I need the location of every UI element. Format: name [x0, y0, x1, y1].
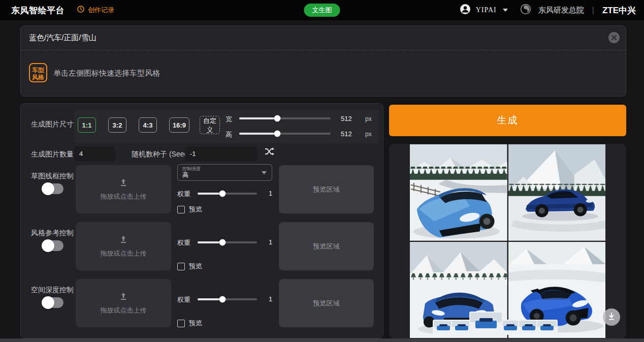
ratio-button-custom[interactable]: 自定义: [200, 116, 220, 134]
style-preview-area: 预览区域: [279, 222, 374, 270]
count-input[interactable]: [74, 146, 115, 161]
depth-control-section: 空间深度控制 拖放或点击上传 权重 1 预览 预览区域: [21, 278, 384, 333]
style-preview-checkbox[interactable]: 预览: [177, 262, 202, 271]
prompt-input[interactable]: 蓝色/汽车/正面/雪山: [29, 33, 96, 43]
height-slider[interactable]: [239, 133, 331, 135]
strength-label: 控制强度: [182, 166, 272, 171]
header-right-cluster: YIPAI 东风研发总院 | ZTE中兴: [460, 0, 636, 20]
settings-panel: 生成图片尺寸 1:1 3:2 4:3 16:9 自定义 宽 512 px 高 5…: [20, 103, 383, 338]
thumbnail-6[interactable]: [536, 320, 558, 335]
upload-icon: [119, 292, 128, 303]
sketch-control-section: 草图线框控制 拖放或点击上传 控制强度 高 权重 1 预览: [21, 164, 384, 219]
brand-title: 东风智绘平台: [11, 5, 65, 16]
weight-label: 权重: [177, 238, 190, 247]
clear-prompt-button[interactable]: [608, 32, 620, 43]
ratio-button-16-9[interactable]: 16:9: [169, 117, 189, 133]
badge-line1: 车型: [32, 67, 44, 74]
generated-image-grid: [410, 144, 605, 338]
depth-weight-slider[interactable]: [198, 298, 257, 300]
control-strength-select[interactable]: 控制强度 高: [177, 164, 272, 181]
download-button[interactable]: [603, 308, 620, 326]
size-label: 生成图片尺寸: [31, 120, 74, 129]
user-name[interactable]: YIPAI: [476, 6, 497, 14]
header-divider: |: [592, 6, 594, 15]
upload-label: 拖放或点击上传: [101, 192, 147, 201]
partner-label: ZTE中兴: [602, 5, 636, 16]
upload-label: 拖放或点击上传: [101, 249, 147, 258]
style-control-title: 风格参考控制: [31, 229, 74, 238]
user-avatar-icon[interactable]: [460, 4, 471, 17]
generate-button[interactable]: 生成: [389, 105, 626, 136]
width-slider-thumb[interactable]: [274, 115, 281, 122]
checkbox-icon[interactable]: [177, 320, 185, 327]
sketch-weight-slider[interactable]: [198, 193, 257, 195]
history-clock-icon: [77, 5, 85, 15]
sketch-upload-dropzone[interactable]: 拖放或点击上传: [76, 165, 171, 213]
generated-image-1[interactable]: [410, 144, 507, 241]
style-weight-thumb[interactable]: [219, 239, 226, 246]
weight-label: 权重: [177, 190, 190, 199]
sketch-preview-area: 预览区域: [279, 165, 374, 213]
user-menu-caret-icon[interactable]: [503, 9, 508, 12]
weight-label: 权重: [177, 295, 190, 304]
history-button[interactable]: 创作记录: [77, 5, 114, 15]
randomize-seed-button[interactable]: [263, 146, 275, 158]
depth-preview-area: 预览区域: [279, 279, 374, 327]
style-weight-slider[interactable]: [198, 241, 257, 243]
upload-icon: [119, 178, 128, 189]
height-slider-thumb[interactable]: [274, 131, 281, 137]
strength-value: 高: [182, 171, 272, 178]
org-label: 东风研发总院: [538, 6, 584, 15]
dongfeng-logo-icon: [520, 4, 531, 17]
preview-label: 预览: [189, 205, 202, 214]
car-style-badge-button[interactable]: 车型 风格: [29, 63, 47, 82]
sketch-control-toggle[interactable]: [42, 183, 63, 194]
app-root: 东风智绘平台 创作记录 文生图 YIPAI 东风研发总院 | ZTE中兴 蓝色/…: [0, 0, 644, 342]
checkbox-icon[interactable]: [177, 263, 185, 270]
preview-area-label: 预览区域: [313, 299, 340, 308]
upload-icon: [119, 235, 128, 246]
ratio-button-3-2[interactable]: 3:2: [108, 117, 126, 133]
preview-area-label: 预览区域: [313, 242, 340, 251]
download-icon: [607, 313, 616, 322]
depth-control-toggle[interactable]: [42, 297, 63, 308]
results-panel: [389, 144, 626, 338]
sketch-preview-checkbox[interactable]: 预览: [177, 205, 202, 214]
generated-image-2[interactable]: [508, 144, 606, 241]
style-control-toggle[interactable]: [42, 240, 63, 251]
sketch-weight-thumb[interactable]: [219, 191, 226, 197]
badge-line2: 风格: [32, 74, 44, 81]
weight-value: 1: [269, 238, 272, 246]
style-hint-text: 单击左侧图标快速选择车型风格: [53, 69, 160, 78]
text-to-image-tab[interactable]: 文生图: [304, 4, 340, 17]
style-upload-dropzone[interactable]: 拖放或点击上传: [76, 222, 171, 270]
checkbox-icon[interactable]: [177, 206, 185, 213]
depth-upload-dropzone[interactable]: 拖放或点击上传: [76, 279, 171, 327]
count-label: 生成图片数量: [31, 150, 74, 159]
ratio-button-1-1[interactable]: 1:1: [78, 117, 96, 133]
page-bottom-edge: [0, 338, 644, 342]
prompt-separator: [21, 50, 626, 50]
width-unit: px: [365, 115, 372, 122]
top-bar: 东风智绘平台 创作记录 文生图 YIPAI 东风研发总院 | ZTE中兴: [0, 0, 644, 20]
history-label: 创作记录: [88, 6, 114, 15]
chevron-down-icon: [262, 171, 267, 174]
width-slider[interactable]: [239, 117, 331, 119]
depth-control-title: 空间深度控制: [31, 286, 74, 295]
height-label: 高: [226, 130, 232, 139]
preview-label: 预览: [189, 262, 202, 271]
thumbnail-3-selected[interactable]: [469, 312, 503, 335]
preview-label: 预览: [189, 319, 202, 328]
weight-value: 1: [269, 295, 272, 303]
upload-label: 拖放或点击上传: [101, 306, 147, 315]
depth-weight-thumb[interactable]: [219, 296, 226, 303]
height-unit: px: [365, 131, 372, 138]
depth-preview-checkbox[interactable]: 预览: [177, 319, 202, 328]
seed-input[interactable]: [185, 146, 257, 161]
width-label: 宽: [226, 115, 232, 124]
sketch-control-title: 草图线框控制: [31, 172, 74, 181]
ratio-button-4-3[interactable]: 4:3: [139, 117, 157, 133]
thumbnail-strip: [433, 312, 558, 335]
weight-value: 1: [269, 190, 272, 197]
width-value: 512: [341, 115, 352, 122]
